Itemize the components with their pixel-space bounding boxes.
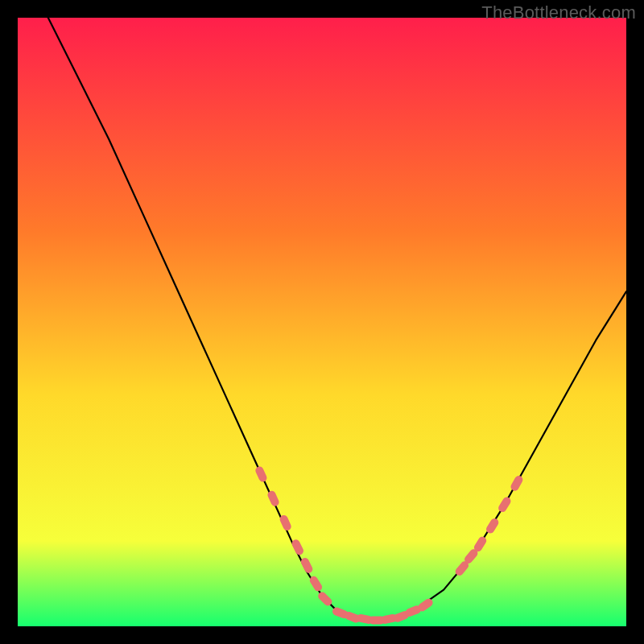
plot-area: [18, 18, 626, 626]
watermark-label: TheBottleneck.com: [481, 2, 636, 23]
gradient-background: [18, 18, 626, 626]
plot-svg: [18, 18, 626, 626]
chart-frame: TheBottleneck.com: [0, 0, 644, 644]
